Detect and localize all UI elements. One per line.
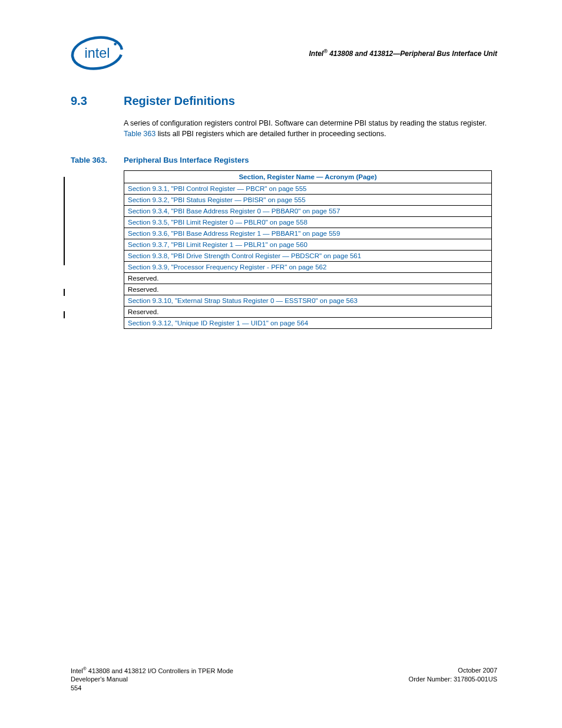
reserved-cell: Reserved.: [124, 307, 492, 318]
table-row: Section 9.3.7, "PBI Limit Register 1 — P…: [124, 239, 492, 251]
table-row: Section 9.3.2, "PBI Status Register — PB…: [124, 195, 492, 206]
reserved-cell: Reserved.: [124, 273, 492, 284]
register-link-cell[interactable]: Section 9.3.5, "PBI Limit Register 0 — P…: [124, 217, 492, 228]
body-paragraph: A series of configuration registers cont…: [124, 118, 497, 139]
table-row: Section 9.3.12, "Unique ID Register 1 — …: [124, 318, 492, 329]
reserved-cell: Reserved.: [124, 284, 492, 295]
svg-point-2: [114, 42, 117, 45]
table-header: Section, Register Name — Acronym (Page): [124, 171, 492, 183]
intel-logo: intel: [71, 35, 124, 71]
changebar: [64, 311, 65, 318]
register-link-cell[interactable]: Section 9.3.9, "Processor Frequency Regi…: [124, 262, 492, 273]
register-link-cell[interactable]: Section 9.3.12, "Unique ID Register 1 — …: [124, 318, 492, 329]
register-link-cell[interactable]: Section 9.3.2, "PBI Status Register — PB…: [124, 195, 492, 206]
footer-left: Intel® 413808 and 413812 I/O Controllers…: [71, 666, 233, 693]
register-link-cell[interactable]: Section 9.3.6, "PBI Base Address Registe…: [124, 228, 492, 239]
section-title: Register Definitions: [124, 94, 235, 107]
register-link-cell[interactable]: Section 9.3.10, "External Strap Status R…: [124, 295, 492, 307]
svg-text:intel: intel: [85, 45, 110, 61]
section-heading: 9.3Register Definitions: [71, 94, 497, 108]
page-number: 554: [71, 684, 81, 691]
table-row: Section 9.3.8, "PBI Drive Strength Contr…: [124, 251, 492, 262]
table-row: Section 9.3.10, "External Strap Status R…: [124, 295, 492, 307]
footer-right: October 2007 Order Number: 317805-001US: [409, 666, 497, 693]
table-xref[interactable]: Table 363: [124, 130, 156, 138]
table-row: Section 9.3.9, "Processor Frequency Regi…: [124, 262, 492, 273]
register-link-cell[interactable]: Section 9.3.1, "PBI Control Register — P…: [124, 183, 492, 195]
table-row: Section 9.3.5, "PBI Limit Register 0 — P…: [124, 217, 492, 228]
table-caption: Table 363.Peripheral Bus Interface Regis…: [71, 156, 497, 164]
register-table: Section, Register Name — Acronym (Page) …: [124, 170, 492, 329]
table-row: Section 9.3.4, "PBI Base Address Registe…: [124, 206, 492, 217]
table-row: Section 9.3.1, "PBI Control Register — P…: [124, 183, 492, 195]
running-header: Intel® 413808 and 413812—Peripheral Bus …: [309, 48, 497, 58]
table-row: Reserved.: [124, 307, 492, 318]
table-row: Reserved.: [124, 284, 492, 295]
register-link-cell[interactable]: Section 9.3.7, "PBI Limit Register 1 — P…: [124, 239, 492, 251]
register-link-cell[interactable]: Section 9.3.4, "PBI Base Address Registe…: [124, 206, 492, 217]
changebar: [64, 289, 65, 296]
table-row: Reserved.: [124, 273, 492, 284]
changebar: [64, 177, 65, 265]
register-link-cell[interactable]: Section 9.3.8, "PBI Drive Strength Contr…: [124, 251, 492, 262]
section-number: 9.3: [71, 94, 124, 108]
table-row: Section 9.3.6, "PBI Base Address Registe…: [124, 228, 492, 239]
